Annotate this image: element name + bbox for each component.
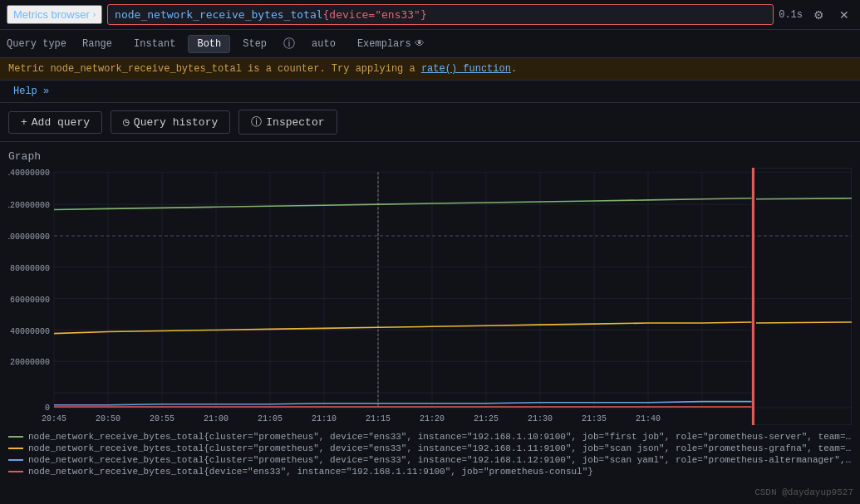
query-history-label: Query history: [134, 116, 218, 129]
history-icon: ◷: [123, 115, 130, 129]
both-button[interactable]: Both: [188, 35, 230, 53]
query-input-display: node_network_receive_bytes_total{device=…: [115, 8, 427, 21]
svg-text:21:25: 21:25: [474, 413, 499, 423]
query-metric-name: node_network_receive_bytes_total: [115, 8, 322, 21]
actions-bar: + Add query ◷ Query history ⓘ Inspector: [0, 103, 860, 142]
top-bar: Metrics browser › node_network_receive_b…: [0, 0, 860, 30]
legend-text-1: node_network_receive_bytes_total{cluster…: [28, 443, 852, 453]
inspector-icon: ⓘ: [251, 115, 262, 130]
query-toolbar: Query type Range Instant Both Step ⓘ aut…: [0, 30, 860, 58]
eye-icon: 👁: [415, 37, 425, 50]
graph-container[interactable]: 140000000 120000000 100000000 80000000 6…: [8, 168, 852, 425]
step-info-icon[interactable]: ⓘ: [279, 35, 299, 53]
exemplars-label: Exemplars: [357, 38, 411, 50]
inspector-button[interactable]: ⓘ Inspector: [238, 110, 337, 135]
inspector-label: Inspector: [266, 116, 324, 129]
info-icon: ⓘ: [283, 37, 295, 51]
chevron-right-icon: ›: [93, 10, 96, 19]
metrics-browser-button[interactable]: Metrics browser ›: [7, 5, 102, 24]
add-query-button[interactable]: + Add query: [8, 111, 102, 134]
legend-color-1: [8, 448, 23, 449]
legend-text-0: node_network_receive_bytes_total{cluster…: [28, 432, 852, 442]
graph-svg: 140000000 120000000 100000000 80000000 6…: [8, 168, 852, 425]
help-bar: Help »: [0, 81, 860, 103]
query-input-wrapper[interactable]: node_network_receive_bytes_total{device=…: [107, 4, 774, 25]
svg-text:20:45: 20:45: [42, 413, 66, 423]
watermark: CSDN @daydayup9527: [754, 487, 853, 497]
svg-text:60000000: 60000000: [10, 295, 50, 305]
right-controls: 0.1s ⚙ ✕: [779, 7, 853, 23]
svg-rect-50: [752, 168, 754, 425]
legend-color-0: [8, 436, 23, 438]
help-button[interactable]: Help »: [8, 84, 54, 99]
svg-text:21:10: 21:10: [312, 413, 337, 423]
query-history-button[interactable]: ◷ Query history: [111, 110, 230, 134]
legend-area: node_network_receive_bytes_total{cluster…: [0, 425, 860, 483]
query-labels: {device="ens33"}: [323, 8, 427, 21]
svg-rect-45: [752, 168, 852, 425]
svg-text:21:05: 21:05: [258, 413, 283, 423]
gear-icon: ⚙: [813, 8, 824, 22]
plus-icon: +: [21, 116, 27, 129]
instant-button[interactable]: Instant: [125, 35, 184, 53]
legend-item-3: node_network_receive_bytes_total{device=…: [8, 467, 852, 477]
svg-text:80000000: 80000000: [10, 263, 50, 273]
legend-item-0: node_network_receive_bytes_total{cluster…: [8, 432, 852, 442]
svg-text:40000000: 40000000: [10, 325, 50, 335]
graph-title: Graph: [8, 150, 852, 163]
rate-function-link[interactable]: rate() function: [421, 63, 511, 75]
svg-text:20:55: 20:55: [150, 413, 174, 423]
svg-text:20000000: 20000000: [10, 357, 50, 367]
query-type-label: Query type: [7, 38, 66, 50]
close-button[interactable]: ✕: [835, 7, 853, 23]
close-icon: ✕: [839, 8, 849, 22]
legend-color-3: [8, 471, 23, 472]
legend-item-1: node_network_receive_bytes_total{cluster…: [8, 443, 852, 453]
add-query-label: Add query: [32, 116, 90, 129]
metrics-browser-label: Metrics browser: [13, 8, 90, 21]
svg-text:140000000: 140000000: [8, 168, 50, 178]
legend-item-2: node_network_receive_bytes_total{cluster…: [8, 455, 852, 465]
svg-text:21:15: 21:15: [366, 413, 391, 423]
warning-bar: Metric node_network_receive_bytes_total …: [0, 58, 860, 81]
svg-text:20:50: 20:50: [96, 413, 120, 423]
svg-text:21:35: 21:35: [582, 413, 607, 423]
svg-text:21:00: 21:00: [204, 413, 229, 423]
step-button[interactable]: Step: [233, 35, 276, 53]
settings-button[interactable]: ⚙: [809, 7, 828, 23]
svg-text:21:20: 21:20: [420, 413, 445, 423]
svg-rect-0: [8, 168, 852, 425]
legend-color-2: [8, 459, 23, 461]
exemplars-button[interactable]: Exemplars 👁: [348, 34, 434, 53]
svg-text:0: 0: [45, 403, 50, 413]
range-button[interactable]: Range: [73, 35, 121, 53]
refresh-interval: 0.1s: [779, 9, 803, 21]
svg-text:21:30: 21:30: [528, 413, 553, 423]
svg-text:120000000: 120000000: [8, 200, 50, 210]
svg-text:21:40: 21:40: [636, 413, 661, 423]
legend-text-2: node_network_receive_bytes_total{cluster…: [28, 455, 852, 465]
graph-section: Graph 140000000 120000000 100000000 8000…: [0, 142, 860, 425]
warning-text: Metric node_network_receive_bytes_total …: [8, 63, 421, 75]
auto-button[interactable]: auto: [302, 35, 345, 53]
svg-text:100000000: 100000000: [8, 232, 50, 242]
legend-text-3: node_network_receive_bytes_total{device=…: [28, 467, 593, 477]
warning-text-end: .: [511, 63, 517, 75]
